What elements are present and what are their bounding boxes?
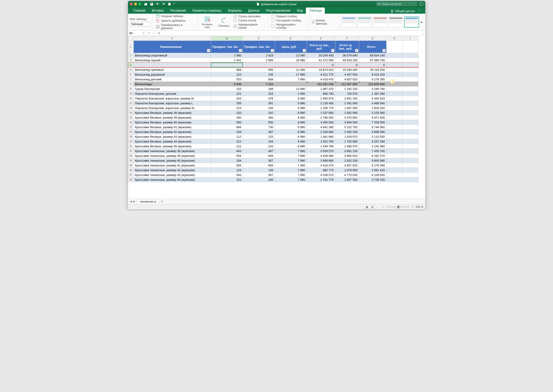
cell[interactable] [402, 67, 418, 72]
cell[interactable]: 391 [243, 101, 275, 106]
cell[interactable]: 221 [211, 91, 243, 96]
cell[interactable]: 553 [211, 163, 243, 168]
cell[interactable]: 4 641 360 [306, 125, 335, 130]
cell[interactable]: 4 407 550 [335, 72, 359, 77]
th-sold-q1[interactable]: Продано, 1кв. Шт.▾ [211, 41, 243, 53]
row-header[interactable]: 18 [128, 130, 134, 134]
col-header-D[interactable]: D [275, 36, 306, 41]
row-header[interactable]: 5 [128, 67, 134, 72]
cell[interactable] [402, 110, 418, 115]
cell[interactable]: Перчатки боксерские, взрослые, размер L [134, 101, 211, 106]
row-header[interactable]: 21 [128, 144, 134, 149]
cell[interactable]: 9 108 600 [359, 173, 386, 177]
cell[interactable]: 153 [211, 86, 243, 91]
row-header[interactable]: 7 [128, 77, 134, 82]
cell[interactable] [386, 58, 402, 63]
row-header[interactable]: 14 [128, 110, 134, 115]
remove-duplicates-button[interactable]: Удалить дубликаты [156, 19, 195, 23]
cell[interactable]: 3 257 340 [359, 139, 386, 144]
cell[interactable]: 6 990 [275, 134, 306, 139]
cell[interactable] [402, 168, 418, 173]
cell[interactable]: 1 467 550 [335, 106, 359, 110]
cell[interactable]: 1 551 780 [306, 139, 335, 144]
cell[interactable] [402, 144, 418, 149]
cell[interactable]: 1 781 770 [306, 177, 335, 182]
cell[interactable]: Кроссовки беговые, размер 42 (мужские) [134, 130, 211, 134]
cell[interactable]: 45 618 150 [335, 58, 359, 63]
cell[interactable] [386, 91, 402, 96]
cell[interactable]: 4 468 540 [359, 101, 386, 106]
cell[interactable]: 726 570 [335, 91, 359, 96]
cell[interactable]: 367 [243, 130, 275, 134]
cell[interactable]: 39 219 250 [359, 67, 386, 72]
cell[interactable]: 9 292 370 [359, 154, 386, 158]
cell[interactable] [211, 63, 243, 67]
cell[interactable]: Груша боксерская [134, 86, 211, 91]
row-header[interactable]: 24 [128, 158, 134, 163]
cell[interactable]: 17 990 [275, 72, 306, 77]
last-col-checkbox[interactable]: Последний столбец [271, 19, 306, 22]
cell[interactable]: Велосипед дорожный [134, 72, 211, 77]
cell[interactable] [402, 72, 418, 77]
print-icon[interactable] [168, 2, 171, 6]
cell[interactable]: Велосипед спортивный [134, 53, 211, 58]
cell[interactable] [275, 63, 306, 67]
cell[interactable]: 334 [211, 158, 243, 163]
row-header[interactable]: 23 [128, 154, 134, 158]
add-sheet-icon[interactable]: + [159, 199, 165, 203]
cell[interactable]: 4 338 570 [306, 173, 335, 177]
col-header-B[interactable]: B [211, 36, 243, 41]
row-header[interactable]: 28 [128, 177, 134, 182]
cell[interactable]: 1 387 360 [359, 91, 386, 96]
convert-to-range-button[interactable]: Преобразовать в диапазон [156, 23, 195, 30]
cell[interactable] [402, 53, 418, 58]
cell[interactable]: 7 990 [275, 149, 306, 154]
cell[interactable]: 36 579 840 [335, 53, 359, 58]
cell[interactable]: 487 [243, 149, 275, 154]
cell[interactable] [402, 77, 418, 82]
cell[interactable]: 869 [211, 67, 243, 72]
cell[interactable]: 7 990 [275, 154, 306, 158]
cell[interactable] [402, 91, 418, 96]
cell[interactable]: 168 [243, 86, 275, 91]
cell[interactable]: 6 990 [275, 125, 306, 130]
tab-draw[interactable]: Рисование [167, 7, 190, 14]
cell[interactable]: 6 990 [275, 139, 306, 144]
formula-input[interactable] [162, 30, 421, 36]
select-all-corner[interactable] [128, 36, 134, 41]
cell[interactable]: 7 430 700 [359, 149, 386, 154]
redo-icon[interactable] [162, 2, 165, 6]
next-sheet-icon[interactable]: ▶ [133, 200, 135, 203]
cell[interactable]: 597 [243, 173, 275, 177]
row-header[interactable]: 2 [128, 53, 134, 58]
row-header[interactable]: 4 [128, 63, 134, 67]
cell[interactable] [402, 139, 418, 144]
cell[interactable]: 2 990 [275, 91, 306, 96]
cell[interactable] [386, 120, 402, 125]
filter-icon[interactable]: ▾ [239, 49, 242, 52]
th-name[interactable]: Наименование▾ [134, 41, 211, 53]
filter-button-checkbox[interactable]: Кнопка фильтра [312, 19, 336, 26]
cell[interactable]: 1 544 790 [306, 144, 335, 149]
cell[interactable]: 2 816 [243, 53, 275, 58]
cell[interactable]: 982 770 [306, 168, 335, 173]
cell[interactable] [402, 101, 418, 106]
cell[interactable]: 660 790 [306, 91, 335, 96]
cell[interactable]: 4 770 030 [335, 173, 359, 177]
cell[interactable] [402, 96, 418, 101]
cell[interactable]: Велосипеды [134, 82, 211, 86]
cell[interactable]: 7 990 [275, 77, 306, 82]
cell[interactable]: 3 891 130 [335, 149, 359, 154]
filter-icon[interactable]: ▾ [383, 49, 386, 52]
th-sold-q2[interactable]: Продано, 2кв. Шт.▾ [243, 41, 275, 53]
cell[interactable]: 7 990 [275, 168, 306, 173]
cell[interactable] [402, 86, 418, 91]
cell[interactable]: Кроссовки беговые, размер 39 (мужские) [134, 115, 211, 120]
cell[interactable]: 41 472 590 [306, 58, 335, 63]
expand-formula-icon[interactable]: ⌄ [421, 32, 425, 35]
cell[interactable] [386, 110, 402, 115]
filter-icon[interactable]: ▾ [271, 49, 274, 52]
cell[interactable] [386, 72, 402, 77]
cell[interactable] [386, 173, 402, 177]
cell[interactable]: Кроссовки теннисные, размер 39 (мужские) [134, 154, 211, 158]
